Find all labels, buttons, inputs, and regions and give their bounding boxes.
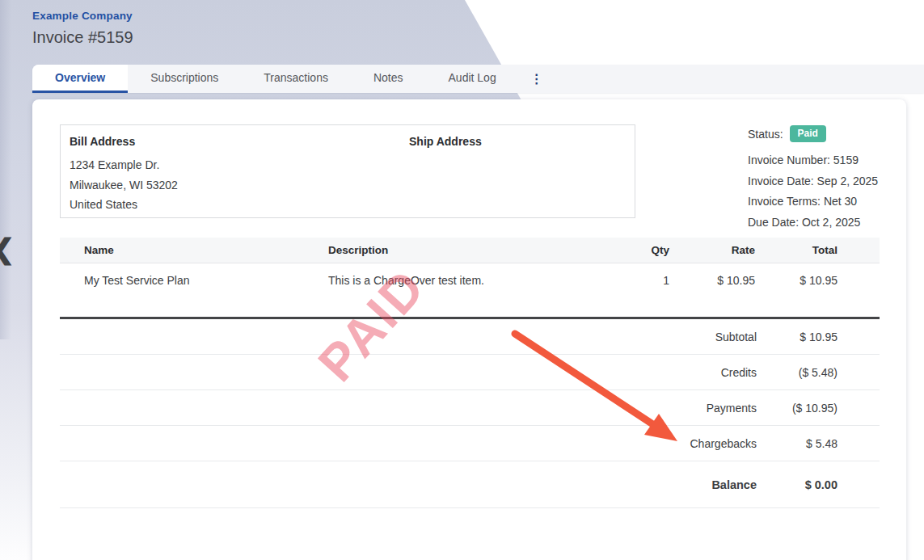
- collapse-sidebar-chevron-icon[interactable]: ❮: [0, 233, 15, 265]
- totals-summary: Subtotal $ 10.95 Credits ($ 5.48) Paymen…: [60, 319, 880, 508]
- customer-link[interactable]: Example Company: [32, 10, 133, 22]
- col-header-total: Total: [755, 244, 838, 256]
- col-header-rate: Rate: [669, 244, 755, 256]
- due-date: Due Date: Oct 2, 2025: [748, 213, 885, 234]
- table-header-row: Name Description Qty Rate Total: [60, 238, 880, 263]
- summary-label: Credits: [721, 366, 757, 379]
- table-row: My Test Service Plan This is a ChargeOve…: [60, 263, 880, 317]
- bill-address: Bill Address 1234 Example Dr. Milwaukee,…: [70, 135, 178, 215]
- item-name: My Test Service Plan: [84, 274, 328, 287]
- summary-row-chargebacks: Chargebacks $ 5.48: [60, 426, 880, 461]
- invoice-number: Invoice Number: 5159: [748, 150, 885, 171]
- summary-label: Chargebacks: [690, 437, 757, 450]
- tab-notes[interactable]: Notes: [351, 65, 426, 93]
- status-label: Status:: [748, 128, 783, 141]
- col-header-name: Name: [84, 244, 328, 256]
- bill-address-line: Milwaukee, WI 53202: [70, 175, 178, 196]
- summary-value: $ 0.00: [757, 478, 838, 491]
- item-total: $ 10.95: [755, 274, 838, 287]
- invoice-page: Example Company Invoice #5159 Overview S…: [0, 0, 924, 560]
- item-qty: 1: [593, 274, 669, 287]
- ship-address-label: Ship Address: [409, 135, 482, 148]
- summary-row-payments: Payments ($ 10.95): [60, 390, 880, 426]
- page-header: Example Company Invoice #5159: [32, 10, 133, 47]
- ship-address: Ship Address: [409, 135, 482, 155]
- summary-label: Subtotal: [715, 331, 757, 343]
- invoice-meta: Status: Paid Invoice Number: 5159 Invoic…: [748, 125, 885, 233]
- summary-row-balance: Balance $ 0.00: [60, 461, 880, 508]
- col-header-description: Description: [328, 244, 593, 256]
- col-header-qty: Qty: [593, 244, 669, 256]
- tab-overview[interactable]: Overview: [32, 65, 128, 93]
- more-tabs-kebab-icon[interactable]: ⋮: [519, 65, 555, 93]
- summary-label: Balance: [711, 478, 757, 491]
- status-row: Status: Paid: [748, 125, 885, 142]
- invoice-card: Bill Address 1234 Example Dr. Milwaukee,…: [32, 99, 906, 560]
- bill-address-label: Bill Address: [70, 135, 178, 148]
- summary-value: ($ 5.48): [757, 366, 838, 379]
- line-items-table: Name Description Qty Rate Total My Test …: [60, 238, 880, 317]
- address-box: Bill Address 1234 Example Dr. Milwaukee,…: [60, 124, 635, 218]
- page-title: Invoice #5159: [32, 28, 133, 47]
- invoice-terms: Invoice Terms: Net 30: [748, 192, 885, 213]
- tab-bar: Overview Subscriptions Transactions Note…: [32, 65, 924, 93]
- summary-value: ($ 10.95): [757, 402, 838, 415]
- summary-row-credits: Credits ($ 5.48): [60, 355, 880, 390]
- summary-value: $ 10.95: [757, 331, 838, 343]
- invoice-date: Invoice Date: Sep 2, 2025: [748, 171, 885, 192]
- item-rate: $ 10.95: [669, 274, 755, 287]
- tab-subscriptions[interactable]: Subscriptions: [128, 65, 241, 93]
- status-badge: Paid: [790, 125, 826, 142]
- background-edge-shade: [0, 0, 11, 339]
- tab-audit-log[interactable]: Audit Log: [426, 65, 519, 93]
- summary-label: Payments: [707, 402, 757, 415]
- tab-transactions[interactable]: Transactions: [241, 65, 351, 93]
- bill-address-line: United States: [70, 195, 178, 215]
- item-description: This is a ChargeOver test item.: [328, 274, 593, 287]
- summary-value: $ 5.48: [757, 437, 838, 450]
- bill-address-line: 1234 Example Dr.: [70, 155, 178, 175]
- summary-row-subtotal: Subtotal $ 10.95: [60, 319, 880, 355]
